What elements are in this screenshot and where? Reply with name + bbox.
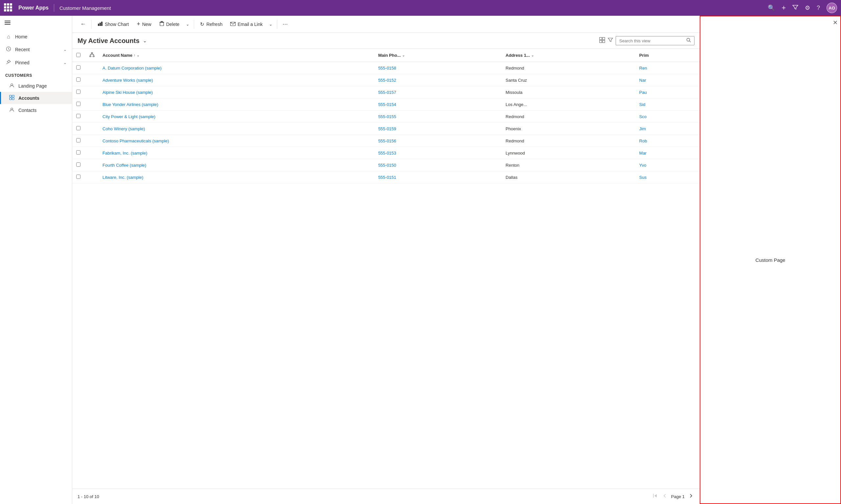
row-primary-4[interactable]: Sco <box>635 111 700 123</box>
row-checkbox-5[interactable] <box>72 123 85 135</box>
row-phone-4[interactable]: 555-0155 <box>374 111 502 123</box>
phone-value-2[interactable]: 555-0157 <box>378 90 396 95</box>
add-icon[interactable]: + <box>782 4 786 12</box>
row-phone-8[interactable]: 555-0150 <box>374 159 502 171</box>
show-chart-button[interactable]: Show Chart <box>94 19 132 29</box>
primary-link-0[interactable]: Ren <box>639 66 647 71</box>
row-checkbox-0[interactable] <box>72 62 85 74</box>
row-checkbox-8[interactable] <box>72 159 85 171</box>
primary-link-8[interactable]: Yvo <box>639 163 647 168</box>
sidebar-item-home[interactable]: ⌂ Home <box>0 31 72 43</box>
row-select-checkbox-8[interactable] <box>76 162 81 167</box>
row-account-name-1[interactable]: Adventure Works (sample) <box>99 74 374 86</box>
row-account-name-8[interactable]: Fourth Coffee (sample) <box>99 159 374 171</box>
phone-value-6[interactable]: 555-0156 <box>378 139 396 143</box>
row-phone-6[interactable]: 555-0156 <box>374 135 502 147</box>
row-primary-5[interactable]: Jim <box>635 123 700 135</box>
row-phone-0[interactable]: 555-0158 <box>374 62 502 74</box>
settings-icon[interactable]: ⚙ <box>805 4 810 12</box>
main-phone-header[interactable]: Main Pho... ⌄ <box>374 49 502 62</box>
delete-button[interactable]: Delete <box>156 19 183 29</box>
phone-value-1[interactable]: 555-0152 <box>378 78 396 83</box>
row-primary-3[interactable]: Sid <box>635 98 700 111</box>
account-name-link-2[interactable]: Alpine Ski House (sample) <box>103 90 153 95</box>
row-checkbox-4[interactable] <box>72 111 85 123</box>
view-grid-icon[interactable] <box>599 37 605 44</box>
account-name-link-9[interactable]: Litware, Inc. (sample) <box>103 175 143 180</box>
email-link-button[interactable]: Email a Link <box>227 19 266 29</box>
primary-link-4[interactable]: Sco <box>639 114 647 119</box>
select-all-checkbox[interactable] <box>76 53 81 57</box>
filter-icon[interactable] <box>792 4 798 12</box>
phone-value-8[interactable]: 555-0150 <box>378 163 396 168</box>
delete-dropdown-button[interactable]: ⌄ <box>184 20 191 29</box>
row-phone-1[interactable]: 555-0152 <box>374 74 502 86</box>
row-select-checkbox-6[interactable] <box>76 138 81 142</box>
row-primary-0[interactable]: Ren <box>635 62 700 74</box>
address1-header[interactable]: Address 1... ⌄ <box>502 49 635 62</box>
row-account-name-2[interactable]: Alpine Ski House (sample) <box>99 86 374 98</box>
row-account-name-6[interactable]: Contoso Pharmaceuticals (sample) <box>99 135 374 147</box>
account-name-sort-icon[interactable]: ↑ <box>134 53 135 57</box>
sidebar-item-pinned[interactable]: Pinned ⌄ <box>0 56 72 69</box>
account-name-link-8[interactable]: Fourth Coffee (sample) <box>103 163 146 168</box>
help-icon[interactable]: ? <box>817 5 820 12</box>
primary-link-3[interactable]: Sid <box>639 102 646 107</box>
account-name-link-7[interactable]: Fabrikam, Inc. (sample) <box>103 150 148 156</box>
account-name-header[interactable]: Account Name ↑ ⌄ <box>99 49 374 62</box>
row-select-checkbox-9[interactable] <box>76 175 81 179</box>
account-name-filter-icon[interactable]: ⌄ <box>137 53 139 57</box>
phone-value-0[interactable]: 555-0158 <box>378 66 396 71</box>
row-select-checkbox-4[interactable] <box>76 114 81 118</box>
phone-value-7[interactable]: 555-0153 <box>378 150 396 156</box>
row-account-name-5[interactable]: Coho Winery (sample) <box>99 123 374 135</box>
search-box[interactable] <box>616 36 694 45</box>
primary-link-2[interactable]: Pau <box>639 90 647 95</box>
first-page-button[interactable] <box>651 492 659 501</box>
row-primary-8[interactable]: Yvo <box>635 159 700 171</box>
right-panel-close-button[interactable]: ✕ <box>833 19 838 26</box>
row-checkbox-6[interactable] <box>72 135 85 147</box>
phone-value-5[interactable]: 555-0159 <box>378 126 396 131</box>
address1-filter-icon[interactable]: ⌄ <box>531 53 534 57</box>
phone-value-3[interactable]: 555-0154 <box>378 102 396 107</box>
filter-view-icon[interactable] <box>608 37 613 44</box>
account-name-link-6[interactable]: Contoso Pharmaceuticals (sample) <box>103 139 169 143</box>
row-checkbox-2[interactable] <box>72 86 85 98</box>
row-checkbox-3[interactable] <box>72 98 85 111</box>
row-account-name-3[interactable]: Blue Yonder Airlines (sample) <box>99 98 374 111</box>
primary-link-7[interactable]: Mar <box>639 150 647 156</box>
primary-link-9[interactable]: Sus <box>639 175 647 180</box>
new-button[interactable]: + New <box>133 19 155 30</box>
row-select-checkbox-2[interactable] <box>76 90 81 94</box>
row-phone-2[interactable]: 555-0157 <box>374 86 502 98</box>
prev-page-button[interactable] <box>661 492 669 501</box>
account-name-link-5[interactable]: Coho Winery (sample) <box>103 126 145 131</box>
row-account-name-9[interactable]: Litware, Inc. (sample) <box>99 171 374 183</box>
next-page-button[interactable] <box>687 492 694 501</box>
primary-link-6[interactable]: Rob <box>639 139 647 143</box>
row-phone-3[interactable]: 555-0154 <box>374 98 502 111</box>
primary-link-1[interactable]: Nar <box>639 78 646 83</box>
account-name-link-4[interactable]: City Power & Light (sample) <box>103 114 155 119</box>
avatar[interactable]: AO <box>826 3 837 13</box>
refresh-button[interactable]: ↻ Refresh <box>197 19 226 29</box>
more-button[interactable]: ⋯ <box>280 19 290 29</box>
row-phone-7[interactable]: 555-0153 <box>374 147 502 159</box>
row-checkbox-1[interactable] <box>72 74 85 86</box>
row-select-checkbox-0[interactable] <box>76 65 81 70</box>
view-title-chevron-icon[interactable]: ⌄ <box>143 38 147 43</box>
waffle-menu[interactable] <box>4 3 13 13</box>
row-select-checkbox-7[interactable] <box>76 150 81 155</box>
sidebar-toggle[interactable] <box>0 16 72 31</box>
row-primary-6[interactable]: Rob <box>635 135 700 147</box>
sidebar-item-landing-page[interactable]: Landing Page <box>0 80 72 92</box>
row-primary-1[interactable]: Nar <box>635 74 700 86</box>
search-input[interactable] <box>619 38 686 43</box>
row-account-name-7[interactable]: Fabrikam, Inc. (sample) <box>99 147 374 159</box>
row-account-name-4[interactable]: City Power & Light (sample) <box>99 111 374 123</box>
row-select-checkbox-3[interactable] <box>76 102 81 106</box>
row-select-checkbox-5[interactable] <box>76 126 81 130</box>
account-name-link-3[interactable]: Blue Yonder Airlines (sample) <box>103 102 158 107</box>
row-account-name-0[interactable]: A. Datum Corporation (sample) <box>99 62 374 74</box>
